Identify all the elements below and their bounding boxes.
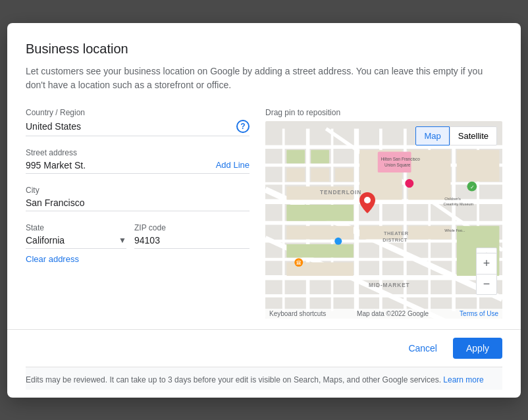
zip-input[interactable] [134, 235, 250, 246]
city-field-group: City [26, 186, 250, 211]
form-column: Country / Region ? Street address Add Li… [26, 108, 250, 319]
street-field-row: Add Line [26, 160, 250, 174]
business-location-dialog: Business location Let customers see your… [7, 23, 521, 398]
map-button[interactable]: Map [415, 126, 449, 145]
street-field-group: Street address Add Line [26, 148, 250, 174]
svg-text:TENDERLOIN: TENDERLOIN [320, 189, 361, 196]
notice-text: Edits may be reviewed. It can take up to… [26, 375, 441, 384]
apply-button[interactable]: Apply [453, 338, 502, 359]
country-field-group: Country / Region ? [26, 108, 250, 136]
svg-text:🏛: 🏛 [296, 259, 302, 266]
zip-label: ZIP code [134, 223, 250, 232]
learn-more-link[interactable]: Learn more [443, 375, 483, 384]
state-chevron-icon: ▼ [119, 236, 126, 245]
clear-address-button[interactable]: Clear address [26, 254, 250, 264]
add-line-button[interactable]: Add Line [216, 160, 250, 170]
zip-field-group: ZIP code [134, 223, 250, 249]
content-row: Country / Region ? Street address Add Li… [26, 108, 502, 319]
map-data: Map data ©2022 Google [357, 310, 429, 317]
help-icon[interactable]: ? [236, 120, 250, 133]
terms-of-use[interactable]: Terms of Use [460, 310, 498, 317]
map-pin[interactable] [359, 192, 375, 216]
svg-text:MID-MARKET: MID-MARKET [369, 281, 410, 288]
svg-rect-33 [286, 244, 354, 257]
svg-text:DISTRICT: DISTRICT [383, 237, 408, 243]
svg-rect-32 [286, 226, 354, 239]
svg-text:✓: ✓ [470, 183, 475, 190]
zoom-in-button[interactable]: + [476, 253, 497, 274]
cancel-button[interactable]: Cancel [398, 338, 448, 359]
city-input[interactable] [26, 197, 250, 208]
keyboard-shortcuts[interactable]: Keyboard shortcuts [269, 310, 326, 317]
svg-point-53 [364, 197, 371, 203]
state-select[interactable]: California Alabama Alaska Arizona Arkans… [26, 235, 119, 246]
map-type-controls: Map Satellite [415, 126, 497, 145]
state-field-group: State California Alabama Alaska Arizona … [26, 223, 126, 249]
state-zip-row: State California Alabama Alaska Arizona … [26, 223, 250, 249]
notice-row: Edits may be reviewed. It can take up to… [26, 367, 502, 390]
country-field-row: ? [26, 120, 250, 136]
svg-rect-28 [286, 204, 354, 221]
svg-text:THEATER: THEATER [384, 230, 409, 236]
svg-rect-26 [335, 168, 354, 181]
svg-point-49 [334, 237, 342, 244]
state-label: State [26, 223, 126, 232]
svg-text:Union Square: Union Square [384, 162, 411, 167]
dialog-title: Business location [26, 41, 502, 57]
svg-text:Hilton San Francisco: Hilton San Francisco [381, 156, 420, 161]
map-zoom-controls: + − [476, 253, 497, 295]
zip-field-row [134, 235, 250, 249]
map-footer: Keyboard shortcuts Map data ©2022 Google… [265, 309, 502, 319]
action-row: Cancel Apply [26, 338, 502, 359]
svg-text:Whole Foo...: Whole Foo... [444, 228, 465, 232]
city-label: City [26, 186, 250, 195]
country-label: Country / Region [26, 108, 250, 117]
satellite-button[interactable]: Satellite [450, 126, 497, 145]
city-field-row [26, 197, 250, 211]
street-label: Street address [26, 148, 250, 157]
map-drag-label: Drag pin to reposition [265, 108, 502, 117]
svg-text:Creativity Museum: Creativity Museum [443, 201, 473, 205]
map-container[interactable]: TENDERLOIN THEATER DISTRICT MID-MARKET H… [265, 121, 502, 319]
svg-text:Children's: Children's [444, 197, 461, 201]
dialog-description: Let customers see your business location… [26, 65, 502, 92]
svg-rect-23 [311, 149, 329, 163]
state-select-wrapper: California Alabama Alaska Arizona Arkans… [26, 235, 126, 249]
country-input[interactable] [26, 121, 236, 132]
map-column: Drag pin to reposition [265, 108, 502, 319]
dialog-body: Business location Let customers see your… [7, 23, 521, 329]
svg-rect-24 [286, 168, 305, 181]
map-svg: TENDERLOIN THEATER DISTRICT MID-MARKET H… [265, 121, 502, 319]
street-input[interactable] [26, 160, 211, 171]
svg-rect-31 [457, 149, 500, 181]
modal-overlay: Business location Let customers see your… [0, 0, 528, 420]
svg-rect-25 [311, 168, 329, 181]
svg-rect-22 [286, 149, 305, 163]
dialog-footer: Cancel Apply Edits may be reviewed. It c… [7, 329, 521, 398]
zoom-out-button[interactable]: − [476, 274, 497, 295]
